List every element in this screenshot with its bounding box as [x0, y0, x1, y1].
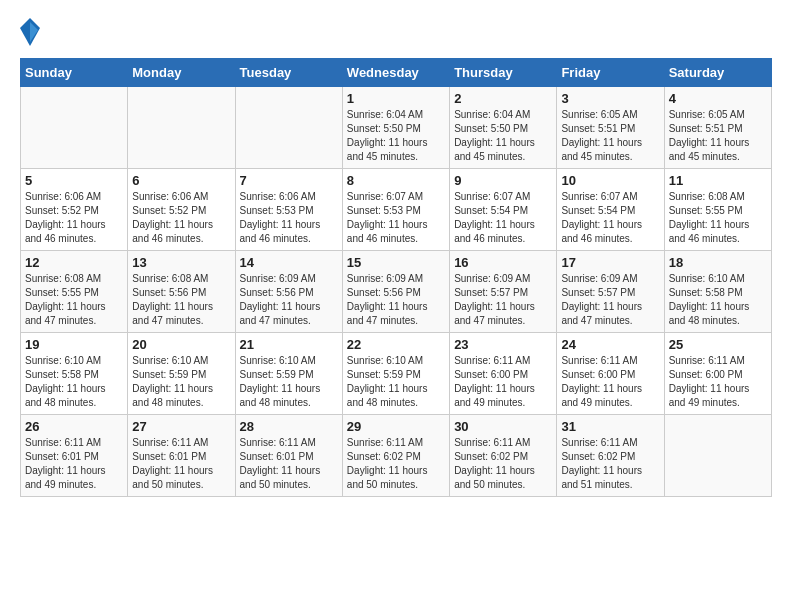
day-info: Sunrise: 6:09 AM Sunset: 5:56 PM Dayligh…	[240, 272, 338, 328]
column-header-sunday: Sunday	[21, 59, 128, 87]
week-row-4: 19Sunrise: 6:10 AM Sunset: 5:58 PM Dayli…	[21, 333, 772, 415]
day-number: 4	[669, 91, 767, 106]
calendar-table: SundayMondayTuesdayWednesdayThursdayFrid…	[20, 58, 772, 497]
day-info: Sunrise: 6:05 AM Sunset: 5:51 PM Dayligh…	[561, 108, 659, 164]
calendar-cell: 3Sunrise: 6:05 AM Sunset: 5:51 PM Daylig…	[557, 87, 664, 169]
column-header-wednesday: Wednesday	[342, 59, 449, 87]
calendar-cell: 5Sunrise: 6:06 AM Sunset: 5:52 PM Daylig…	[21, 169, 128, 251]
calendar-cell: 18Sunrise: 6:10 AM Sunset: 5:58 PM Dayli…	[664, 251, 771, 333]
day-number: 17	[561, 255, 659, 270]
calendar-cell: 24Sunrise: 6:11 AM Sunset: 6:00 PM Dayli…	[557, 333, 664, 415]
day-info: Sunrise: 6:11 AM Sunset: 6:00 PM Dayligh…	[454, 354, 552, 410]
calendar-cell: 20Sunrise: 6:10 AM Sunset: 5:59 PM Dayli…	[128, 333, 235, 415]
day-number: 22	[347, 337, 445, 352]
day-info: Sunrise: 6:09 AM Sunset: 5:57 PM Dayligh…	[561, 272, 659, 328]
day-info: Sunrise: 6:05 AM Sunset: 5:51 PM Dayligh…	[669, 108, 767, 164]
calendar-cell: 27Sunrise: 6:11 AM Sunset: 6:01 PM Dayli…	[128, 415, 235, 497]
column-header-thursday: Thursday	[450, 59, 557, 87]
calendar-cell: 25Sunrise: 6:11 AM Sunset: 6:00 PM Dayli…	[664, 333, 771, 415]
calendar-cell: 12Sunrise: 6:08 AM Sunset: 5:55 PM Dayli…	[21, 251, 128, 333]
week-row-1: 1Sunrise: 6:04 AM Sunset: 5:50 PM Daylig…	[21, 87, 772, 169]
calendar-cell: 16Sunrise: 6:09 AM Sunset: 5:57 PM Dayli…	[450, 251, 557, 333]
day-number: 8	[347, 173, 445, 188]
day-info: Sunrise: 6:08 AM Sunset: 5:55 PM Dayligh…	[25, 272, 123, 328]
logo-icon	[20, 18, 40, 46]
calendar-cell: 30Sunrise: 6:11 AM Sunset: 6:02 PM Dayli…	[450, 415, 557, 497]
day-number: 3	[561, 91, 659, 106]
day-info: Sunrise: 6:11 AM Sunset: 6:02 PM Dayligh…	[347, 436, 445, 492]
day-info: Sunrise: 6:11 AM Sunset: 6:01 PM Dayligh…	[25, 436, 123, 492]
day-number: 5	[25, 173, 123, 188]
calendar-cell: 15Sunrise: 6:09 AM Sunset: 5:56 PM Dayli…	[342, 251, 449, 333]
day-info: Sunrise: 6:11 AM Sunset: 6:02 PM Dayligh…	[561, 436, 659, 492]
calendar-cell: 26Sunrise: 6:11 AM Sunset: 6:01 PM Dayli…	[21, 415, 128, 497]
day-info: Sunrise: 6:10 AM Sunset: 5:59 PM Dayligh…	[132, 354, 230, 410]
day-info: Sunrise: 6:06 AM Sunset: 5:53 PM Dayligh…	[240, 190, 338, 246]
day-info: Sunrise: 6:07 AM Sunset: 5:53 PM Dayligh…	[347, 190, 445, 246]
day-number: 31	[561, 419, 659, 434]
day-info: Sunrise: 6:09 AM Sunset: 5:56 PM Dayligh…	[347, 272, 445, 328]
day-number: 20	[132, 337, 230, 352]
calendar-cell: 11Sunrise: 6:08 AM Sunset: 5:55 PM Dayli…	[664, 169, 771, 251]
day-info: Sunrise: 6:11 AM Sunset: 6:00 PM Dayligh…	[669, 354, 767, 410]
calendar-cell: 23Sunrise: 6:11 AM Sunset: 6:00 PM Dayli…	[450, 333, 557, 415]
day-info: Sunrise: 6:11 AM Sunset: 6:02 PM Dayligh…	[454, 436, 552, 492]
day-info: Sunrise: 6:08 AM Sunset: 5:56 PM Dayligh…	[132, 272, 230, 328]
day-info: Sunrise: 6:10 AM Sunset: 5:59 PM Dayligh…	[347, 354, 445, 410]
day-info: Sunrise: 6:06 AM Sunset: 5:52 PM Dayligh…	[25, 190, 123, 246]
day-number: 30	[454, 419, 552, 434]
day-info: Sunrise: 6:04 AM Sunset: 5:50 PM Dayligh…	[347, 108, 445, 164]
day-number: 13	[132, 255, 230, 270]
day-info: Sunrise: 6:08 AM Sunset: 5:55 PM Dayligh…	[669, 190, 767, 246]
calendar-cell: 10Sunrise: 6:07 AM Sunset: 5:54 PM Dayli…	[557, 169, 664, 251]
day-number: 11	[669, 173, 767, 188]
day-number: 28	[240, 419, 338, 434]
column-header-monday: Monday	[128, 59, 235, 87]
day-number: 16	[454, 255, 552, 270]
column-header-friday: Friday	[557, 59, 664, 87]
day-number: 29	[347, 419, 445, 434]
column-header-tuesday: Tuesday	[235, 59, 342, 87]
calendar-cell: 14Sunrise: 6:09 AM Sunset: 5:56 PM Dayli…	[235, 251, 342, 333]
day-info: Sunrise: 6:10 AM Sunset: 5:58 PM Dayligh…	[669, 272, 767, 328]
day-info: Sunrise: 6:11 AM Sunset: 6:01 PM Dayligh…	[132, 436, 230, 492]
calendar-cell: 28Sunrise: 6:11 AM Sunset: 6:01 PM Dayli…	[235, 415, 342, 497]
day-number: 27	[132, 419, 230, 434]
calendar-cell: 13Sunrise: 6:08 AM Sunset: 5:56 PM Dayli…	[128, 251, 235, 333]
day-info: Sunrise: 6:07 AM Sunset: 5:54 PM Dayligh…	[561, 190, 659, 246]
day-info: Sunrise: 6:04 AM Sunset: 5:50 PM Dayligh…	[454, 108, 552, 164]
day-info: Sunrise: 6:11 AM Sunset: 6:01 PM Dayligh…	[240, 436, 338, 492]
day-number: 23	[454, 337, 552, 352]
calendar-cell: 29Sunrise: 6:11 AM Sunset: 6:02 PM Dayli…	[342, 415, 449, 497]
calendar-cell: 1Sunrise: 6:04 AM Sunset: 5:50 PM Daylig…	[342, 87, 449, 169]
day-number: 10	[561, 173, 659, 188]
calendar-cell: 21Sunrise: 6:10 AM Sunset: 5:59 PM Dayli…	[235, 333, 342, 415]
page-header	[20, 20, 772, 48]
header-row: SundayMondayTuesdayWednesdayThursdayFrid…	[21, 59, 772, 87]
logo	[20, 20, 44, 48]
day-number: 15	[347, 255, 445, 270]
day-number: 2	[454, 91, 552, 106]
calendar-cell: 2Sunrise: 6:04 AM Sunset: 5:50 PM Daylig…	[450, 87, 557, 169]
day-number: 25	[669, 337, 767, 352]
calendar-cell: 7Sunrise: 6:06 AM Sunset: 5:53 PM Daylig…	[235, 169, 342, 251]
calendar-cell: 19Sunrise: 6:10 AM Sunset: 5:58 PM Dayli…	[21, 333, 128, 415]
calendar-cell: 17Sunrise: 6:09 AM Sunset: 5:57 PM Dayli…	[557, 251, 664, 333]
day-number: 1	[347, 91, 445, 106]
calendar-cell	[664, 415, 771, 497]
day-number: 19	[25, 337, 123, 352]
day-number: 9	[454, 173, 552, 188]
week-row-2: 5Sunrise: 6:06 AM Sunset: 5:52 PM Daylig…	[21, 169, 772, 251]
day-number: 14	[240, 255, 338, 270]
day-number: 26	[25, 419, 123, 434]
day-number: 6	[132, 173, 230, 188]
calendar-cell: 9Sunrise: 6:07 AM Sunset: 5:54 PM Daylig…	[450, 169, 557, 251]
calendar-cell	[235, 87, 342, 169]
day-number: 21	[240, 337, 338, 352]
day-number: 12	[25, 255, 123, 270]
day-info: Sunrise: 6:10 AM Sunset: 5:58 PM Dayligh…	[25, 354, 123, 410]
calendar-cell: 6Sunrise: 6:06 AM Sunset: 5:52 PM Daylig…	[128, 169, 235, 251]
day-info: Sunrise: 6:09 AM Sunset: 5:57 PM Dayligh…	[454, 272, 552, 328]
column-header-saturday: Saturday	[664, 59, 771, 87]
calendar-cell: 4Sunrise: 6:05 AM Sunset: 5:51 PM Daylig…	[664, 87, 771, 169]
